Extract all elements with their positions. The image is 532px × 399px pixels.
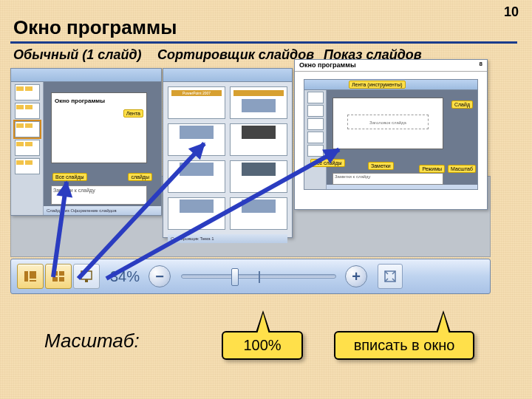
mini-notes: Заметки к слайду (332, 173, 443, 185)
svg-rect-1 (30, 271, 36, 279)
tag-zoom: Масштаб (448, 165, 476, 173)
screenshot-show-view: Окно программы 8 Лента (инструменты) Сла… (294, 59, 488, 210)
normal-view-button[interactable] (17, 264, 44, 289)
ribbon-bar (11, 69, 161, 82)
page-title: Окно программы (13, 16, 177, 39)
show-header-page: 8 (480, 61, 482, 67)
slide-title-text: Окно программы (52, 93, 146, 109)
zoom-in-button[interactable]: + (345, 265, 367, 287)
show-header: Окно программы 8 (295, 60, 487, 72)
screenshot-normal-view: Окно программы Лента Все слайды слайды З… (10, 68, 162, 216)
mini-placeholder: Заголовок слайда (347, 115, 429, 129)
tag-notes: Заметки (368, 162, 394, 170)
zoom-out-button[interactable]: − (149, 265, 171, 287)
mini-status (327, 185, 477, 189)
tag-all-slides: Все слайды (52, 173, 87, 181)
scale-label: Масштаб: (44, 330, 140, 352)
mini-ribbon: Лента (инструменты) (304, 80, 477, 90)
svg-rect-4 (59, 271, 64, 276)
svg-rect-2 (30, 280, 36, 282)
tag-slides: слайды (128, 173, 152, 181)
tag-ribbon: Лента (инструменты) (349, 81, 406, 89)
slide-canvas: Окно программы Лента (51, 92, 147, 163)
sorter-view-button[interactable] (45, 264, 72, 289)
callout-fit-window: вписать в окно (334, 331, 474, 360)
zoom-slider[interactable] (181, 274, 336, 279)
zoom-slider-tick (259, 271, 260, 283)
mini-editor: Слайд Заголовок слайда Все слайды Заметк… (327, 90, 477, 189)
mini-window: Лента (инструменты) Слайд Заголовок слай… (304, 79, 478, 190)
tag-ribbon: Лента (123, 109, 143, 117)
svg-rect-0 (24, 271, 28, 282)
mini-thumbs (304, 90, 327, 189)
svg-rect-8 (85, 279, 88, 282)
show-header-title: Окно программы (299, 61, 356, 69)
grid-title-bar: PowerPoint 2007 (171, 90, 222, 96)
tag-modes: Режимы (419, 165, 445, 173)
svg-rect-6 (59, 277, 64, 282)
tag-slide: Слайд (451, 100, 473, 109)
page-number: 10 (504, 4, 519, 20)
svg-rect-5 (52, 277, 58, 282)
thumbnail-pane (11, 82, 44, 215)
title-underline (10, 41, 517, 44)
fit-to-window-button[interactable] (378, 264, 403, 289)
callout-100-percent: 100% (222, 331, 303, 360)
mini-slide: Заголовок слайда (332, 98, 443, 149)
label-normal-view: Обычный (1 слайд) (13, 47, 154, 63)
zoom-slider-handle[interactable] (231, 268, 239, 286)
ribbon-bar (163, 69, 292, 82)
